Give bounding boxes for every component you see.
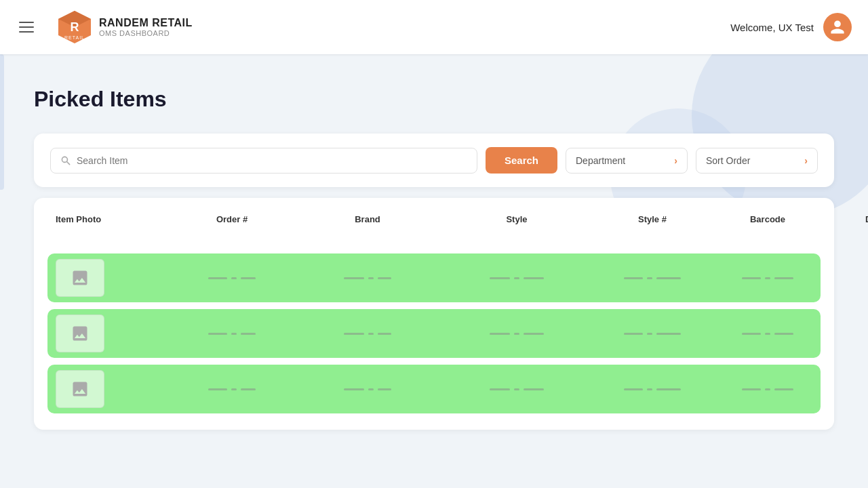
dash-placeholder (624, 277, 681, 279)
style-num-cell (598, 333, 707, 335)
sort-order-dropdown[interactable]: Sort Order › (696, 148, 818, 174)
hamburger-menu[interactable] (16, 19, 37, 35)
department-label: Department (576, 155, 625, 166)
brand-subtitle: OMS DASHBOARD (99, 29, 193, 37)
item-photo-box (56, 259, 104, 297)
brand-cell (300, 277, 435, 279)
dash-placeholder (742, 333, 793, 335)
dash-placeholder (344, 388, 391, 390)
dash-placeholder (344, 333, 391, 335)
photo-cell (56, 259, 164, 297)
department-arrow-icon: › (674, 155, 677, 166)
dash-placeholder (490, 277, 544, 279)
order-num-cell (164, 388, 300, 390)
order-num-cell (164, 333, 300, 335)
col-style-num: Style # (598, 214, 707, 235)
table-row[interactable] (47, 309, 821, 358)
user-avatar[interactable] (823, 13, 852, 41)
col-order-num: Order # (164, 214, 300, 235)
col-barcode: Barcode (707, 214, 829, 235)
style-num-cell (598, 277, 707, 279)
style-cell (435, 388, 598, 390)
search-input-wrapper (50, 148, 477, 174)
sort-order-label: Sort Order (706, 155, 750, 166)
table-rows (47, 253, 821, 413)
main-wrapper: Picked Items Search Department › Sort Or… (0, 54, 868, 488)
dash-placeholder (624, 333, 681, 335)
dash-placeholder (208, 333, 256, 335)
style-cell (435, 277, 598, 279)
image-placeholder-icon (71, 380, 90, 399)
brand-name: RANDEM RETAIL (99, 17, 193, 29)
barcode-cell (707, 388, 829, 390)
dash-placeholder (490, 388, 544, 390)
user-icon (829, 19, 846, 35)
logo-icon: R RETAIL (57, 9, 92, 45)
order-num-cell (164, 277, 300, 279)
brand-cell (300, 333, 435, 335)
dash-placeholder (742, 388, 793, 390)
style-num-cell (598, 388, 707, 390)
header-left: R RETAIL RANDEM RETAIL OMS DASHBOARD (16, 9, 193, 45)
dash-placeholder (742, 277, 793, 279)
table-header: Item Photo Order # Brand Style Style # B… (47, 214, 821, 245)
dash-placeholder (344, 277, 391, 279)
col-department: Department (829, 214, 868, 235)
header: R RETAIL RANDEM RETAIL OMS DASHBOARD Wel… (0, 0, 868, 54)
col-brand: Brand (300, 214, 435, 235)
department-dropdown[interactable]: Department › (566, 148, 688, 174)
search-icon (60, 155, 71, 166)
barcode-cell (707, 277, 829, 279)
svg-text:R: R (71, 20, 79, 34)
welcome-message: Welcome, UX Test (730, 22, 814, 33)
logo: R RETAIL RANDEM RETAIL OMS DASHBOARD (57, 9, 193, 45)
dash-placeholder (208, 388, 256, 390)
sort-order-arrow-icon: › (804, 155, 808, 166)
header-right: Welcome, UX Test (730, 13, 852, 41)
item-photo-box (56, 370, 104, 408)
main-content: Picked Items Search Department › Sort Or… (0, 54, 868, 457)
table-row[interactable] (47, 253, 821, 302)
page-title: Picked Items (34, 87, 834, 112)
style-cell (435, 333, 598, 335)
search-input[interactable] (77, 155, 467, 166)
col-style: Style (435, 214, 598, 235)
dash-placeholder (490, 333, 544, 335)
search-button[interactable]: Search (486, 147, 557, 174)
table-row[interactable] (47, 365, 821, 413)
image-placeholder-icon (71, 268, 90, 287)
photo-cell (56, 370, 164, 408)
col-item-photo: Item Photo (56, 214, 164, 235)
photo-cell (56, 314, 164, 352)
item-photo-box (56, 314, 104, 352)
barcode-cell (707, 333, 829, 335)
dash-placeholder (624, 388, 681, 390)
dash-placeholder (208, 277, 256, 279)
table-container: Item Photo Order # Brand Style Style # B… (34, 198, 834, 430)
image-placeholder-icon (71, 324, 90, 343)
logo-text: RANDEM RETAIL OMS DASHBOARD (99, 17, 193, 37)
brand-cell (300, 388, 435, 390)
search-container: Search Department › Sort Order › (34, 134, 834, 187)
svg-text:RETAIL: RETAIL (64, 35, 85, 40)
